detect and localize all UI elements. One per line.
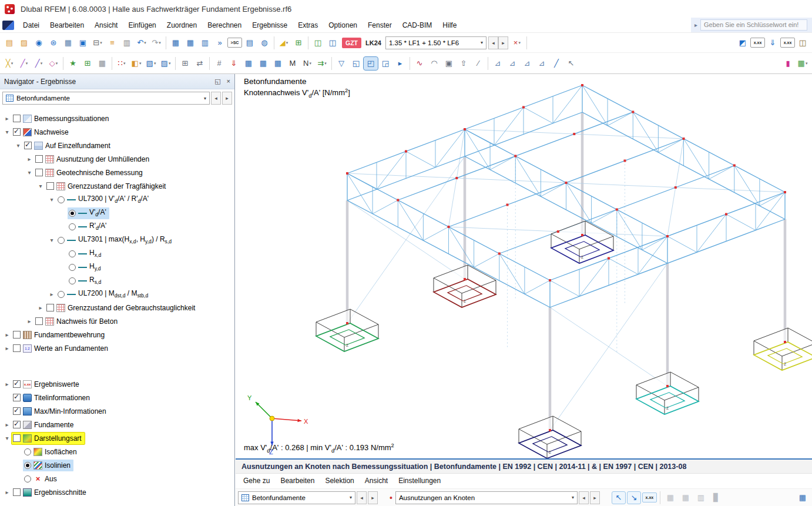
table-manager-icon[interactable]: ▤ bbox=[243, 36, 257, 49]
result-values-icon[interactable]: x.xx bbox=[750, 38, 765, 48]
expand-arrow-icon[interactable]: ▸ bbox=[2, 331, 12, 338]
tree-item[interactable]: Aus bbox=[0, 472, 234, 485]
delete-results-icon[interactable]: × bbox=[510, 36, 524, 49]
table-next-button[interactable]: ▸ bbox=[368, 491, 378, 504]
menu-ergebnisse[interactable]: Ergebnisse bbox=[247, 18, 293, 33]
tree-item-label[interactable]: UL7200 | Mdst,d / Mstb,d bbox=[78, 289, 148, 299]
export-table-3-icon[interactable]: ▥ bbox=[694, 491, 708, 504]
menu-extras[interactable]: Extras bbox=[293, 18, 323, 33]
numbering-icon[interactable]: ▦ bbox=[95, 57, 109, 70]
print-graphic-icon[interactable]: ⊟ bbox=[90, 36, 105, 49]
checkbox[interactable] bbox=[35, 155, 43, 163]
guidelines-edit-icon[interactable]: ╱ bbox=[32, 57, 46, 70]
table-layout-icon[interactable]: ▥ bbox=[198, 36, 212, 49]
insert-node-icon[interactable]: ⊞ bbox=[80, 57, 95, 70]
checkbox[interactable] bbox=[13, 488, 21, 496]
edit-clip-icon[interactable]: ╱ bbox=[549, 57, 563, 70]
undo-icon[interactable]: ↶ bbox=[135, 36, 149, 49]
checkbox[interactable] bbox=[35, 169, 43, 176]
tree-item-label[interactable]: Fundamente bbox=[34, 421, 73, 429]
menu-optionen[interactable]: Optionen bbox=[323, 18, 363, 33]
tree-item[interactable]: ▸Fundamentbewehrung bbox=[0, 328, 234, 341]
tree-item[interactable]: ▸Werte an Fundamenten bbox=[0, 341, 234, 355]
checkbox[interactable] bbox=[13, 380, 21, 388]
result-tables-icon[interactable]: ▦ bbox=[183, 36, 197, 49]
tree-item-label[interactable]: Grenzzustand der Tragfähigkeit bbox=[68, 182, 166, 190]
next-combination-button[interactable]: ▸ bbox=[498, 36, 508, 49]
load-arrow-icon[interactable]: ⇓ bbox=[227, 57, 241, 70]
tree-item-label[interactable]: UL7300 | V'd/A' / R'd/A' bbox=[78, 195, 149, 204]
expand-arrow-icon[interactable]: ▸ bbox=[2, 115, 12, 122]
result-prev-button[interactable]: ◂ bbox=[579, 491, 589, 504]
select-in-table-icon[interactable]: ↖ bbox=[612, 491, 626, 504]
menu-berechnen[interactable]: Berechnen bbox=[202, 18, 247, 33]
tree-item-label[interactable]: Darstellungsart bbox=[34, 434, 82, 443]
expand-arrow-icon[interactable]: ▸ bbox=[2, 381, 12, 387]
redo-icon[interactable]: ↷ bbox=[149, 36, 163, 49]
expand-arrow-icon[interactable]: ▸ bbox=[25, 318, 34, 324]
member-check-n-icon[interactable]: N bbox=[300, 57, 314, 70]
filter-objects-icon[interactable]: ▽ bbox=[334, 57, 348, 70]
menu-datei[interactable]: Datei bbox=[18, 18, 45, 33]
tree-item[interactable]: Max/Min-Informationen bbox=[0, 404, 234, 418]
collapse-arrow-icon[interactable]: ▾ bbox=[36, 183, 45, 189]
tree-item[interactable]: ▾UL7301 | max(Hx,d, Hy,d) / Rs,d bbox=[0, 233, 234, 247]
tree-item-label[interactable]: Bemessungssituationen bbox=[34, 115, 109, 123]
tree-item-label[interactable]: Fundamentbewehrung bbox=[34, 331, 105, 339]
relation-diagram-2-icon[interactable]: ◫ bbox=[326, 36, 340, 49]
tree-item-label[interactable]: Auf Einzelfundament bbox=[45, 142, 110, 150]
tree-item-label[interactable]: Rs,d bbox=[89, 276, 101, 285]
radio[interactable] bbox=[58, 237, 65, 244]
menu-bearbeiten[interactable]: Bearbeiten bbox=[45, 18, 89, 33]
expand-arrow-icon[interactable]: ▸ bbox=[2, 489, 12, 495]
display-points-icon[interactable]: ∷ bbox=[115, 57, 129, 70]
view-plan-icon[interactable]: ◱ bbox=[349, 57, 363, 70]
printout-report-icon[interactable]: ≡ bbox=[105, 36, 119, 49]
result-diagram-icon[interactable]: ⇓ bbox=[766, 36, 780, 49]
extreme-values-icon[interactable]: x.xx bbox=[780, 38, 795, 48]
close-panel-icon[interactable]: × bbox=[227, 78, 230, 85]
export-tables-icon[interactable]: » bbox=[213, 36, 227, 49]
checkbox[interactable] bbox=[46, 182, 54, 190]
checkbox[interactable] bbox=[13, 434, 21, 442]
navigator-combo[interactable]: Betonfundamente ▾ bbox=[2, 92, 210, 105]
tree-item-label[interactable]: Aus bbox=[45, 475, 57, 483]
checkbox[interactable] bbox=[13, 344, 21, 352]
tree-item[interactable]: Isolinien bbox=[0, 458, 234, 472]
checkbox[interactable] bbox=[13, 394, 21, 401]
result-next-button[interactable]: ▸ bbox=[590, 491, 600, 504]
clip-plane-4-icon[interactable]: ⊿ bbox=[535, 57, 549, 70]
checkbox[interactable] bbox=[13, 128, 21, 136]
table-menu-einstellungen[interactable]: Einstellungen bbox=[393, 474, 446, 488]
new-structure-1-icon[interactable]: ▧ bbox=[144, 57, 158, 70]
tree-item[interactable]: ▾Auf Einzelfundament bbox=[0, 139, 234, 152]
tree-item-label[interactable]: Titelinformationen bbox=[34, 394, 90, 402]
tree-item-label[interactable]: Isolinien bbox=[45, 461, 71, 470]
checkbox[interactable] bbox=[13, 421, 21, 428]
radio[interactable] bbox=[69, 210, 76, 217]
result-type-combo[interactable]: Ausnutzungen an Knoten ▾ bbox=[395, 491, 578, 504]
tree-item[interactable]: Titelinformationen bbox=[0, 391, 234, 404]
load-table-1-icon[interactable]: ▦ bbox=[241, 57, 256, 70]
menu-fenster[interactable]: Fenster bbox=[363, 18, 397, 33]
expand-arrow-icon[interactable]: ▸ bbox=[2, 345, 12, 351]
checkbox[interactable] bbox=[13, 407, 21, 415]
mirror-objects-icon[interactable]: ⇄ bbox=[193, 57, 207, 70]
float-panel-icon[interactable]: ◱ bbox=[214, 78, 220, 85]
generate-mesh-icon[interactable]: ⇉ bbox=[315, 57, 329, 70]
tree-item-label[interactable]: Nachweis für Beton bbox=[56, 317, 118, 326]
menu-hilfe[interactable]: Hilfe bbox=[437, 18, 462, 33]
tree-item-label[interactable]: Werte an Fundamenten bbox=[34, 344, 108, 353]
save-icon[interactable]: ▣ bbox=[76, 36, 90, 49]
clip-plane-2-icon[interactable]: ⊿ bbox=[505, 57, 519, 70]
expand-arrow-icon[interactable]: ▸ bbox=[2, 421, 12, 428]
checkbox[interactable] bbox=[13, 115, 21, 122]
view-isometric-icon[interactable]: ◲ bbox=[378, 57, 392, 70]
keyword-search-input[interactable]: Geben Sie ein Schlüsselwort ein! bbox=[700, 19, 807, 31]
table-menu-bearbeiten[interactable]: Bearbeiten bbox=[275, 474, 320, 488]
radio[interactable] bbox=[69, 250, 76, 257]
tree-item[interactable]: ▾Geotechnische Bemessung bbox=[0, 166, 234, 179]
expand-arrow-icon[interactable]: ▸ bbox=[25, 156, 34, 162]
radio[interactable] bbox=[24, 475, 31, 482]
copy-objects-icon[interactable]: ⊞ bbox=[178, 57, 192, 70]
